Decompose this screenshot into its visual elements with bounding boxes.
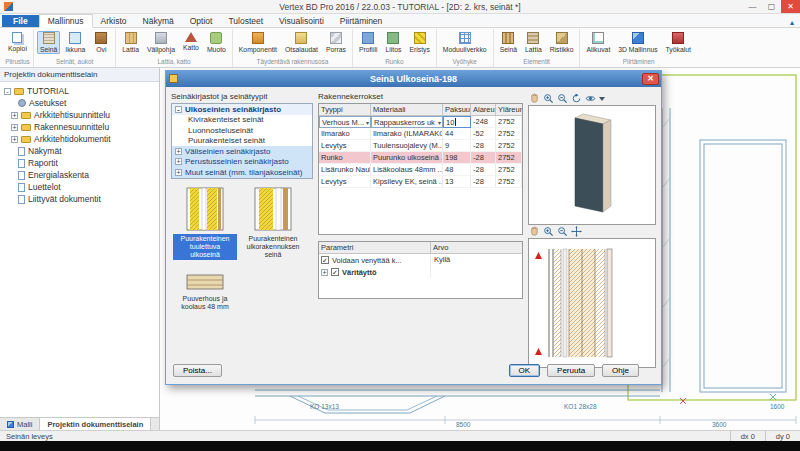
ribbon-tab-file[interactable]: File: [2, 15, 39, 27]
collapse-icon[interactable]: -: [175, 106, 182, 113]
library-item[interactable]: Luonnosteluseinät: [172, 125, 312, 136]
ribbon-tab-piirtaminen[interactable]: Piirtäminen: [332, 15, 391, 27]
thickness-input[interactable]: 10: [443, 116, 471, 128]
ribbon-tab-visualisointi[interactable]: Visualisointi: [271, 15, 332, 27]
ribbon-button-seina[interactable]: Seinä: [37, 31, 60, 54]
tree-item[interactable]: Luettelot: [2, 181, 159, 193]
tree-item[interactable]: +Arkkitehtisuunnittelu: [2, 109, 159, 121]
expand-icon[interactable]: +: [11, 124, 18, 131]
ribbon-button-seina-elementti[interactable]: Seinä: [497, 31, 520, 54]
wall-type-thumbnail[interactable]: Puurakenteinen ulkorakennuksen seinä: [241, 186, 305, 260]
ribbon-tab-tulosteet[interactable]: Tulosteet: [220, 15, 271, 27]
collapse-icon[interactable]: -: [4, 88, 11, 95]
tree-item[interactable]: Näkymät: [2, 145, 159, 157]
ribbon-button-ristikko[interactable]: Ristikko: [547, 31, 577, 54]
zoom-out-icon[interactable]: [557, 226, 568, 237]
hand-icon[interactable]: [529, 93, 540, 104]
library-item[interactable]: Kivirakenteiset seinät: [172, 115, 312, 126]
minimize-button[interactable]: —: [743, 0, 762, 13]
ribbon-button-eristys[interactable]: Eristys: [406, 31, 432, 54]
ribbon-button-komponentit[interactable]: Komponentit: [236, 31, 280, 54]
layer-row-selected[interactable]: Runko Puurunko ulkoseinä ... 198 -28 275…: [319, 152, 522, 164]
chevron-down-icon[interactable]: [599, 97, 605, 101]
library-item[interactable]: +Perustusseinien seinäkirjasto: [172, 157, 312, 168]
preview-3d-view[interactable]: [528, 105, 656, 225]
material-dropdown[interactable]: Rappauskerros uk▾: [371, 116, 443, 128]
ribbon-tab-nakyma[interactable]: Näkymä: [135, 15, 182, 27]
orbit-icon[interactable]: [585, 93, 596, 104]
pan-icon[interactable]: [571, 226, 582, 237]
layer-row[interactable]: Ilmarako Ilmarako (ILMARAKO) 44 -52 2752: [319, 128, 522, 140]
library-item[interactable]: +Muut seinät (mm. tilanjakoseinät): [172, 167, 312, 178]
wall-type-thumbnail-selected[interactable]: Puurakenteinen tuulettuva ulkoseinä: [173, 186, 237, 260]
zoom-in-icon[interactable]: [543, 226, 554, 237]
peruuta-button[interactable]: Peruuta: [547, 364, 595, 377]
library-item[interactable]: -Ulkoseinien seinäkirjasto: [172, 104, 312, 115]
ribbon-button-katto[interactable]: Katto: [180, 31, 202, 52]
ribbon-button-liitos[interactable]: Liitos: [382, 31, 404, 54]
drawing-canvas[interactable]: KO 13x13 8500 KO1 28x28 3600 1600 Seinä …: [160, 68, 800, 430]
ribbon-button-profiili[interactable]: Profiili: [356, 31, 381, 54]
parameter-row[interactable]: +✓Väritäyttö: [319, 266, 522, 278]
ok-button[interactable]: OK: [509, 364, 541, 377]
ribbon-button-lattia-elementti[interactable]: Lattia: [522, 31, 545, 54]
roof-icon: [185, 32, 197, 42]
dialog-close-icon[interactable]: ✕: [642, 73, 659, 85]
expand-icon[interactable]: +: [175, 148, 182, 155]
ribbon-button-alikuvat[interactable]: Alikuvat: [583, 31, 613, 54]
expand-icon[interactable]: +: [321, 269, 328, 276]
type-dropdown[interactable]: Verhous M...▾: [319, 116, 371, 128]
sidebar-header: Projektin dokumenttiselain: [0, 68, 159, 82]
rotate-icon[interactable]: [571, 93, 582, 104]
layer-row[interactable]: Levytys Kipsilevy EK, seinä ... 13 -28 2…: [319, 176, 522, 188]
ribbon-button-kopioi[interactable]: Kopioi: [5, 31, 30, 53]
ribbon-button-ovi[interactable]: Ovi: [90, 31, 112, 54]
ribbon-button-lattia[interactable]: Lattia: [119, 31, 142, 54]
tree-item[interactable]: Asetukset: [2, 97, 159, 109]
checkbox-checked-icon[interactable]: ✓: [331, 268, 339, 276]
dialog-title-bar[interactable]: Seinä Ulkoseinä-198 ✕: [166, 71, 661, 87]
ribbon-tab-arkisto[interactable]: Arkisto: [93, 15, 135, 27]
tree-item[interactable]: +Arkkitehtidokumentit: [2, 133, 159, 145]
close-button[interactable]: ✕: [781, 0, 800, 13]
hand-icon[interactable]: [529, 226, 540, 237]
project-browser-panel: Projektin dokumenttiselain -TUTORIAL Ase…: [0, 68, 160, 430]
ribbon-button-porras[interactable]: Porras: [323, 31, 349, 54]
ribbon-button-valipohja[interactable]: Välipohja: [144, 31, 178, 54]
tree-item[interactable]: Raportit: [2, 157, 159, 169]
preview-section-view[interactable]: [528, 238, 656, 368]
maximize-button[interactable]: ▢: [762, 0, 781, 13]
poista-button[interactable]: Poista...: [173, 364, 222, 377]
layer-row[interactable]: Verhous M...▾ Rappauskerros uk▾ 10 -248 …: [319, 116, 522, 128]
tree-item[interactable]: -TUTORIAL: [2, 85, 159, 97]
tree-item[interactable]: +Rakennesuunnittelu: [2, 121, 159, 133]
wall-type-thumbnail[interactable]: Puuverhous ja koolaus 48 mm: [173, 272, 237, 312]
tab-malli[interactable]: Malli: [0, 418, 40, 430]
expand-icon[interactable]: +: [11, 136, 18, 143]
ohje-button[interactable]: Ohje: [602, 364, 639, 377]
ribbon-button-otsalaudat[interactable]: Otsalaudat: [282, 31, 321, 54]
ribbon-button-moduuliverkko[interactable]: Moduuliverkko: [440, 31, 490, 54]
expand-icon[interactable]: +: [175, 158, 182, 165]
model-cube-icon: [7, 421, 14, 428]
zoom-in-icon[interactable]: [543, 93, 554, 104]
parameter-row[interactable]: ✓Voidaan venyttää k... Kyllä: [319, 254, 522, 266]
ribbon-button-muoto[interactable]: Muoto: [204, 31, 229, 54]
tab-projektin-dokumenttiselain[interactable]: Projektin dokumenttiselain: [40, 418, 151, 430]
ribbon-button-ikkuna[interactable]: Ikkuna: [62, 31, 88, 54]
ribbon-collapse-icon[interactable]: ▴: [784, 18, 800, 27]
ribbon-tab-mallinnus[interactable]: Mallinnus: [39, 14, 93, 28]
library-item[interactable]: Puurakenteiset seinät: [172, 136, 312, 147]
ribbon-button-tyokalut[interactable]: Työkalut: [663, 31, 694, 54]
expand-icon[interactable]: +: [11, 112, 18, 119]
tree-item[interactable]: Energialaskenta: [2, 169, 159, 181]
tree-item[interactable]: Liittyvät dokumentit: [2, 193, 159, 205]
library-item[interactable]: +Väliseinien seinäkirjasto: [172, 146, 312, 157]
checkbox-checked-icon[interactable]: ✓: [321, 256, 329, 264]
zoom-out-icon[interactable]: [557, 93, 568, 104]
layer-row[interactable]: Levytys Tuulensuojalevy (M... 9 -28 2752: [319, 140, 522, 152]
layer-row[interactable]: Lisärunko Naula... Lisäkoolaus 48mm ... …: [319, 164, 522, 176]
ribbon-button-3d-mallinnus[interactable]: 3D Mallinnus: [615, 31, 660, 54]
expand-icon[interactable]: +: [175, 169, 182, 176]
ribbon-tab-optiot[interactable]: Optiot: [182, 15, 221, 27]
